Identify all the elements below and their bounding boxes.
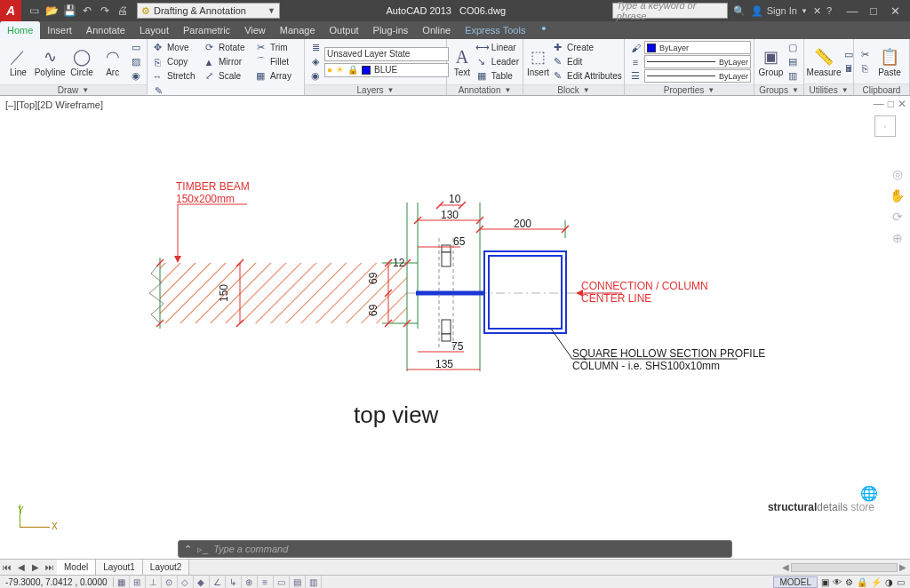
trim-button[interactable]: ✂Trim: [254, 41, 300, 54]
tab-focus-icon[interactable]: •: [538, 21, 549, 39]
line-button[interactable]: ／Line: [4, 42, 33, 83]
tab-express-tools[interactable]: Express Tools: [458, 21, 532, 39]
drawing-area[interactable]: [–][Top][2D Wireframe] — □ ✕ ▫ ◎ ✋ ⟳ ⊕: [0, 96, 910, 558]
layer-current-dropdown[interactable]: ● ☀ 🔒 BLUE: [324, 63, 449, 77]
layer-states-icon[interactable]: ◈: [308, 55, 323, 68]
help-search-input[interactable]: Type a keyword or phrase: [612, 3, 728, 19]
new-icon[interactable]: ▭: [27, 4, 41, 18]
tab-parametric[interactable]: Parametric: [176, 21, 237, 39]
rotate-button[interactable]: ⟳Rotate: [203, 41, 252, 54]
layer-iso-icon[interactable]: ◉: [308, 69, 323, 83]
layer-properties-icon[interactable]: ≣: [308, 41, 323, 54]
color-dropdown[interactable]: ByLayer: [644, 41, 751, 54]
cmd-history-icon[interactable]: ⌃: [184, 544, 192, 555]
exchange-icon[interactable]: ✕: [813, 5, 821, 17]
measure-button[interactable]: 📏Measure: [808, 41, 840, 82]
tab-manage[interactable]: Manage: [273, 21, 323, 39]
minimize-button[interactable]: —: [842, 3, 862, 19]
tab-layout[interactable]: Layout: [132, 21, 176, 39]
insert-block-button[interactable]: ⬚Insert: [527, 42, 549, 83]
tab-plugins[interactable]: Plug-ins: [366, 21, 416, 39]
polar-toggle[interactable]: ⊙: [162, 576, 178, 588]
model-space-button[interactable]: MODEL: [773, 576, 818, 588]
help-icon[interactable]: ?: [826, 5, 832, 16]
annovis-icon[interactable]: 👁: [833, 577, 842, 587]
cmd-run-icon[interactable]: ▹_: [197, 544, 208, 555]
stretch-button[interactable]: ↔Stretch: [151, 69, 201, 83]
hscroll-left-icon[interactable]: ◀: [782, 562, 789, 572]
workspace-switch-icon[interactable]: ⚙: [845, 577, 853, 587]
tab-insert[interactable]: Insert: [40, 21, 79, 39]
cut-icon[interactable]: ✂: [858, 48, 872, 61]
app-logo[interactable]: A: [0, 0, 21, 21]
ortho-toggle[interactable]: ⊥: [146, 576, 162, 588]
list-icon[interactable]: ☰: [628, 69, 643, 83]
ducs-toggle[interactable]: ↳: [226, 576, 242, 588]
clean-screen-icon[interactable]: ▭: [897, 577, 905, 587]
undo-icon[interactable]: ↶: [80, 4, 94, 18]
tpy-toggle[interactable]: ▭: [274, 576, 290, 588]
close-button[interactable]: ✕: [885, 3, 905, 19]
hatch-icon[interactable]: ▨: [129, 55, 143, 68]
open-icon[interactable]: 📂: [44, 4, 59, 18]
hscrollbar[interactable]: [791, 563, 898, 572]
tab-first-icon[interactable]: ⏮: [0, 562, 14, 572]
save-icon[interactable]: 💾: [62, 4, 76, 18]
osnap-toggle[interactable]: ◇: [178, 576, 194, 588]
arc-button[interactable]: ◠Arc: [98, 42, 127, 83]
text-button[interactable]: AText: [451, 42, 474, 83]
edit-attributes-button[interactable]: ✎Edit Attributes: [551, 69, 622, 83]
edit-block-button[interactable]: ✎Edit: [551, 55, 622, 68]
layer-state-dropdown[interactable]: Unsaved Layer State: [324, 47, 449, 61]
ellipse-icon[interactable]: ◉: [129, 69, 143, 83]
dyn-toggle[interactable]: ⊕: [242, 576, 258, 588]
search-icon[interactable]: 🔍: [733, 5, 746, 17]
snap-toggle[interactable]: ▦: [114, 576, 130, 588]
linetype-dropdown[interactable]: ByLayer: [644, 69, 751, 83]
sc-toggle[interactable]: ▥: [306, 576, 322, 588]
leader-button[interactable]: ↘Leader: [475, 55, 519, 68]
layout-tab-layout2[interactable]: Layout2: [143, 560, 190, 575]
array-button[interactable]: ▦Array: [254, 69, 300, 83]
fillet-button[interactable]: ⌒Fillet: [254, 55, 300, 68]
redo-icon[interactable]: ↷: [98, 4, 112, 18]
lwt-toggle[interactable]: ≡: [258, 576, 274, 588]
move-button[interactable]: ✥Move: [151, 41, 201, 54]
otrack-toggle[interactable]: ∠: [210, 576, 226, 588]
props2-icon[interactable]: ≡: [628, 55, 643, 68]
dim-linear-button[interactable]: ⟷Linear: [475, 41, 519, 54]
copy-clip-icon[interactable]: ⎘: [858, 62, 872, 75]
annoscale-icon[interactable]: ▣: [821, 577, 829, 587]
hardware-accel-icon[interactable]: ⚡: [871, 577, 882, 587]
polyline-button[interactable]: ∿Polyline: [35, 42, 66, 83]
ungroup-icon[interactable]: ▢: [786, 41, 800, 54]
tab-prev-icon[interactable]: ◀: [14, 562, 28, 572]
tab-output[interactable]: Output: [323, 21, 366, 39]
maximize-button[interactable]: □: [864, 3, 883, 19]
tab-next-icon[interactable]: ▶: [28, 562, 43, 572]
match-props-icon[interactable]: 🖌: [628, 41, 643, 54]
copy-button[interactable]: ⎘Copy: [151, 55, 201, 68]
table-button[interactable]: ▦Table: [475, 69, 519, 83]
tab-annotate[interactable]: Annotate: [79, 21, 132, 39]
3dosnap-toggle[interactable]: ◆: [194, 576, 210, 588]
signin-button[interactable]: 👤 Sign In ▼: [751, 5, 808, 17]
isolate-icon[interactable]: ◑: [885, 577, 893, 587]
layout-tab-model[interactable]: Model: [57, 560, 96, 575]
mirror-button[interactable]: ▲Mirror: [203, 55, 252, 68]
group-bbox-icon[interactable]: ▥: [786, 69, 800, 83]
tab-view[interactable]: View: [237, 21, 273, 39]
tab-online[interactable]: Online: [415, 21, 458, 39]
paste-button[interactable]: 📋Paste: [874, 41, 906, 82]
lock-ui-icon[interactable]: 🔒: [857, 577, 867, 587]
hscroll-right-icon[interactable]: ▶: [899, 562, 906, 572]
coordinates-readout[interactable]: -79.3000, 7.0412 , 0.0000: [0, 577, 114, 587]
circle-button[interactable]: ◯Circle: [68, 42, 97, 83]
rectangle-icon[interactable]: ▭: [129, 41, 143, 54]
lineweight-dropdown[interactable]: ByLayer: [644, 55, 751, 68]
group-button[interactable]: ▣Group: [758, 42, 784, 83]
tab-home[interactable]: Home: [0, 21, 40, 39]
qp-toggle[interactable]: ▤: [290, 576, 306, 588]
print-icon[interactable]: 🖨: [116, 4, 130, 18]
tab-last-icon[interactable]: ⏭: [43, 562, 57, 572]
